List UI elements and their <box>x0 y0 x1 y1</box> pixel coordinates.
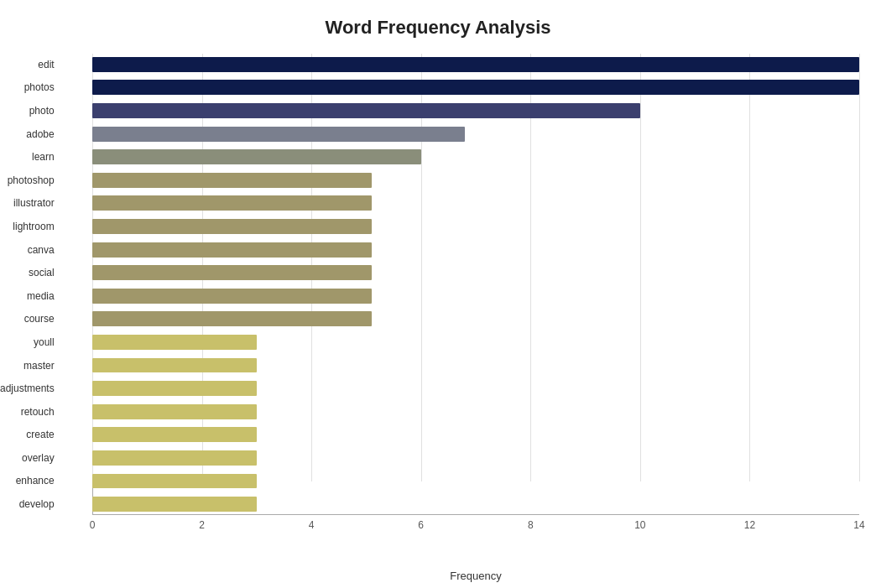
bar <box>92 289 372 304</box>
bar-row <box>92 355 859 377</box>
x-tick: 4 <box>309 519 315 531</box>
y-label: learn <box>0 146 60 168</box>
bar-row <box>92 471 859 492</box>
y-label: canva <box>0 239 60 261</box>
x-tick: 14 <box>853 519 864 531</box>
bar <box>92 497 257 512</box>
y-label: social <box>0 262 60 284</box>
bar-row <box>92 193 859 215</box>
y-label: adjustments <box>0 377 60 399</box>
bar <box>92 450 257 466</box>
bar-row <box>92 331 859 353</box>
bar-row <box>92 424 859 446</box>
y-label: overlay <box>0 447 60 469</box>
bar-row <box>92 493 859 515</box>
y-label: media <box>0 285 60 307</box>
y-label: course <box>0 309 60 330</box>
bar <box>92 311 372 326</box>
bar <box>92 57 859 72</box>
y-label: photo <box>0 100 60 122</box>
bar-row <box>92 309 859 330</box>
chart-title: Word Frequency Analysis <box>17 17 859 39</box>
bar-row <box>92 401 859 423</box>
bar-row <box>92 54 859 75</box>
bar-row <box>92 285 859 307</box>
bar-row <box>92 216 859 237</box>
bar <box>92 219 372 234</box>
bar <box>92 103 640 118</box>
bar <box>92 80 859 95</box>
x-tick: 8 <box>528 519 534 531</box>
bar-row <box>92 100 859 122</box>
chart-area: editphotosphotoadobelearnphotoshopillust… <box>92 54 859 549</box>
x-tick: 2 <box>199 519 205 531</box>
bar <box>92 242 372 258</box>
y-label: develop <box>0 493 60 515</box>
bar <box>92 265 372 280</box>
bar <box>92 404 257 419</box>
y-label: adobe <box>0 123 60 145</box>
y-label: create <box>0 424 60 446</box>
bar <box>92 358 257 373</box>
bar-row <box>92 377 859 399</box>
bar <box>92 427 257 442</box>
bar <box>92 195 372 211</box>
x-tick: 12 <box>744 519 755 531</box>
bar-row <box>92 262 859 284</box>
bar <box>92 335 257 350</box>
y-label: retouch <box>0 401 60 423</box>
bar <box>92 173 372 188</box>
bar <box>92 149 421 164</box>
y-axis-labels: editphotosphotoadobelearnphotoshopillust… <box>0 54 60 515</box>
bar-row <box>92 239 859 261</box>
bar-row <box>92 146 859 168</box>
bars-wrapper <box>92 54 859 515</box>
y-label: enhance <box>0 471 60 492</box>
y-label: photos <box>0 77 60 99</box>
bar <box>92 381 257 396</box>
bar-row <box>92 123 859 145</box>
y-label: youll <box>0 331 60 353</box>
bar <box>92 127 465 142</box>
bar-row <box>92 77 859 99</box>
x-tick: 0 <box>90 519 96 531</box>
x-axis-label: Frequency <box>450 570 501 582</box>
bar-row <box>92 447 859 469</box>
x-axis: 02468101214 <box>92 515 859 549</box>
bar-row <box>92 169 859 191</box>
y-label: master <box>0 355 60 377</box>
x-tick: 6 <box>418 519 424 531</box>
chart-container: Word Frequency Analysis editphotosphotoa… <box>0 0 876 588</box>
y-label: illustrator <box>0 193 60 215</box>
y-label: photoshop <box>0 169 60 191</box>
x-tick: 10 <box>634 519 645 531</box>
y-label: lightroom <box>0 216 60 237</box>
y-label: edit <box>0 54 60 75</box>
grid-line <box>859 54 860 481</box>
bar <box>92 474 257 489</box>
